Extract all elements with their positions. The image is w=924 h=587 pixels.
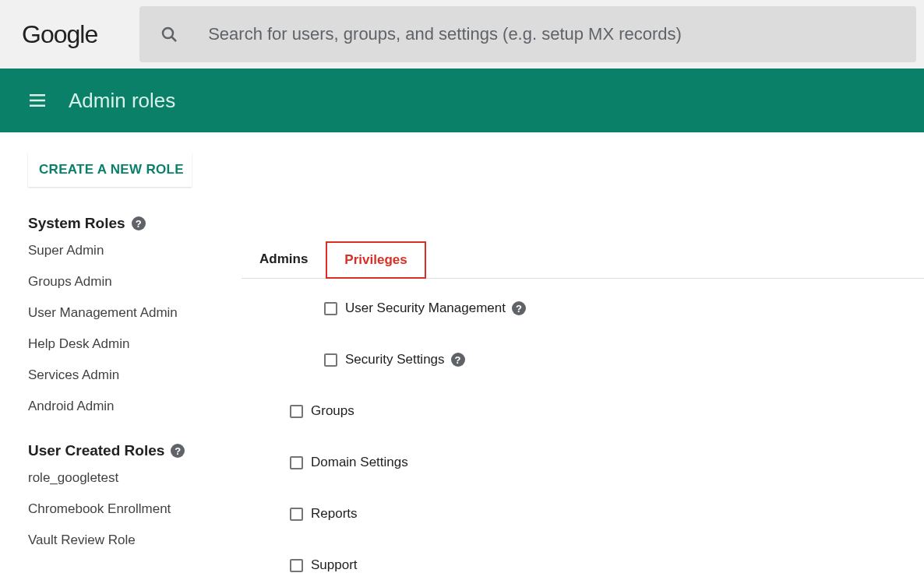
- svg-rect-2: [30, 94, 45, 97]
- privilege-domain-settings: Domain Settings: [242, 455, 924, 470]
- help-icon[interactable]: ?: [132, 216, 146, 230]
- sidebar-item-services-admin[interactable]: Services Admin: [28, 367, 226, 383]
- google-logo: Google: [22, 20, 97, 49]
- search-input[interactable]: [208, 24, 896, 44]
- user-roles-list: role_googletest Chromebook Enrollment Va…: [28, 470, 226, 548]
- search-icon: [160, 25, 178, 44]
- system-roles-title: System Roles: [28, 215, 125, 232]
- tab-admins[interactable]: Admins: [242, 241, 326, 279]
- checkbox[interactable]: [324, 302, 337, 315]
- sidebar-item-help-desk-admin[interactable]: Help Desk Admin: [28, 336, 226, 352]
- sidebar-item-role-googletest[interactable]: role_googletest: [28, 470, 226, 486]
- top-bar: Google: [0, 0, 924, 69]
- checkbox[interactable]: [290, 405, 303, 418]
- checkbox[interactable]: [290, 456, 303, 469]
- sidebar: CREATE A NEW ROLE System Roles ? Super A…: [0, 153, 242, 587]
- main-panel: Admins Privileges User Security Manageme…: [242, 153, 924, 587]
- svg-line-1: [172, 37, 177, 42]
- system-roles-list: Super Admin Groups Admin User Management…: [28, 243, 226, 414]
- privilege-label: Support: [311, 557, 358, 573]
- system-roles-header: System Roles ?: [28, 215, 226, 232]
- create-new-role-button[interactable]: CREATE A NEW ROLE: [28, 153, 192, 187]
- privilege-reports: Reports: [242, 506, 924, 522]
- sidebar-item-groups-admin[interactable]: Groups Admin: [28, 274, 226, 290]
- privileges-list: User Security Management ? Security Sett…: [242, 279, 924, 573]
- menu-icon[interactable]: [28, 91, 47, 110]
- search-box[interactable]: [139, 6, 916, 62]
- sidebar-item-vault-review-role[interactable]: Vault Review Role: [28, 533, 226, 548]
- privilege-groups: Groups: [242, 403, 924, 419]
- user-roles-header: User Created Roles ?: [28, 442, 226, 459]
- checkbox[interactable]: [324, 353, 337, 367]
- help-icon[interactable]: ?: [512, 301, 526, 315]
- privilege-security-settings: Security Settings ?: [242, 352, 924, 367]
- svg-point-0: [163, 28, 173, 38]
- privilege-label: Domain Settings: [311, 455, 408, 470]
- privilege-label: Security Settings: [345, 352, 445, 367]
- sidebar-item-chromebook-enrollment[interactable]: Chromebook Enrollment: [28, 501, 226, 517]
- page-title: Admin roles: [69, 89, 175, 113]
- sidebar-item-super-admin[interactable]: Super Admin: [28, 243, 226, 258]
- privilege-label: User Security Management: [345, 301, 506, 316]
- admin-banner: Admin roles: [0, 69, 924, 132]
- checkbox[interactable]: [290, 559, 303, 572]
- help-icon[interactable]: ?: [171, 444, 185, 458]
- tab-privileges[interactable]: Privileges: [326, 241, 425, 279]
- help-icon[interactable]: ?: [451, 353, 465, 367]
- svg-rect-4: [30, 105, 45, 107]
- privilege-support: Support: [242, 557, 924, 573]
- privilege-label: Reports: [311, 506, 358, 522]
- svg-rect-3: [30, 100, 45, 102]
- privilege-user-security-management: User Security Management ?: [242, 301, 924, 316]
- checkbox[interactable]: [290, 508, 303, 521]
- privilege-label: Groups: [311, 403, 354, 419]
- sidebar-item-user-management-admin[interactable]: User Management Admin: [28, 305, 226, 321]
- content: CREATE A NEW ROLE System Roles ? Super A…: [0, 132, 924, 587]
- sidebar-item-android-admin[interactable]: Android Admin: [28, 399, 226, 414]
- user-roles-title: User Created Roles: [28, 442, 164, 459]
- tabs: Admins Privileges: [242, 241, 924, 279]
